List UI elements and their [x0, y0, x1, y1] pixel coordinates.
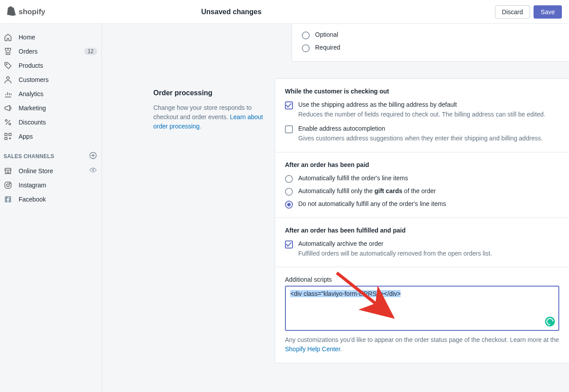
nav-label: Marketing: [19, 105, 46, 112]
nav-label: Analytics: [19, 90, 43, 97]
optional-label: Optional: [315, 31, 559, 38]
svg-point-12: [10, 183, 11, 184]
sidebar-item-instagram[interactable]: Instagram: [0, 178, 101, 192]
sidebar-item-facebook[interactable]: Facebook: [0, 192, 101, 206]
store-icon: [4, 167, 12, 175]
sidebar-item-discounts[interactable]: Discounts: [0, 115, 101, 129]
svg-point-9: [92, 169, 94, 171]
svg-point-11: [7, 184, 9, 186]
save-button[interactable]: Save: [534, 5, 562, 19]
svg-rect-5: [5, 133, 7, 136]
radio-fulfill-all[interactable]: [285, 175, 293, 183]
sidebar-item-apps[interactable]: Apps: [0, 129, 101, 144]
checkbox-autocomplete[interactable]: [285, 125, 293, 133]
instagram-icon: [4, 181, 12, 190]
checkbox-label: Use the shipping address as the billing …: [298, 101, 559, 108]
analytics-icon: [4, 89, 12, 98]
checkbox-help: Reduces the number of fields required to…: [298, 110, 559, 119]
nav-label: Orders: [19, 48, 38, 55]
sales-channels-header: SALES CHANNELS: [0, 144, 101, 163]
sidebar-item-marketing[interactable]: Marketing: [0, 101, 101, 115]
nav-label: Facebook: [19, 196, 46, 203]
content-area: Optional Required Order processing Chang…: [102, 24, 569, 392]
nav-label: Discounts: [19, 119, 46, 126]
checkbox-label: Enable address autocompletion: [298, 125, 559, 132]
nav-label: Products: [19, 62, 43, 69]
facebook-icon: [4, 195, 12, 204]
nav-label: Apps: [19, 133, 33, 140]
svg-rect-6: [9, 133, 11, 136]
nav-label: Online Store: [19, 167, 53, 175]
nav-label: Customers: [19, 76, 49, 83]
order-processing-card: While the customer is checking out Use t…: [275, 78, 569, 363]
discount-icon: [4, 118, 12, 127]
shopify-logo: shopify: [7, 6, 55, 18]
orders-badge: 12: [84, 48, 97, 55]
scripts-label: Additional scripts: [285, 276, 559, 283]
tag-icon: [4, 61, 12, 70]
eye-icon[interactable]: [89, 166, 97, 175]
nav-label: Home: [19, 34, 35, 41]
radio-optional[interactable]: [302, 31, 310, 39]
topbar: shopify Unsaved changes Discard Save: [0, 0, 569, 24]
orders-icon: [4, 47, 12, 56]
section-description: Order processing Change how your store r…: [137, 78, 275, 363]
order-processing-title: Order processing: [153, 89, 266, 97]
svg-point-4: [9, 123, 11, 125]
add-channel-icon[interactable]: [89, 151, 97, 161]
nav-label: Instagram: [19, 182, 46, 189]
radio-fulfill-none[interactable]: [285, 201, 293, 209]
fulfilled-section-title: After an order has been fulfilled and pa…: [285, 227, 559, 234]
paid-section-title: After an order has been paid: [285, 161, 559, 168]
svg-point-2: [7, 77, 9, 79]
sidebar-item-online-store[interactable]: Online Store: [0, 163, 101, 178]
top-partial-card: Optional Required: [292, 24, 569, 62]
help-center-link[interactable]: Shopify Help Center: [285, 345, 340, 353]
megaphone-icon: [4, 104, 12, 113]
sidebar-item-analytics[interactable]: Analytics: [0, 87, 101, 101]
sidebar-item-products[interactable]: Products: [0, 58, 101, 73]
sidebar-item-home[interactable]: Home: [0, 30, 101, 44]
additional-scripts-textarea[interactable]: <div class="klaviyo-form-LiPRSj"></div>: [285, 286, 559, 331]
checkbox-archive[interactable]: [285, 241, 293, 248]
sidebar-item-orders[interactable]: Orders 12: [0, 44, 101, 58]
sidebar: Home Orders 12 Products Customers Analyt…: [0, 24, 102, 392]
svg-text:shopify: shopify: [19, 7, 46, 16]
checkbox-shipping-billing[interactable]: [285, 101, 293, 109]
radio-fulfill-giftcards[interactable]: [285, 188, 293, 196]
radio-required[interactable]: [302, 44, 310, 52]
unsaved-changes-label: Unsaved changes: [201, 8, 261, 16]
checkout-section-title: While the customer is checking out: [285, 88, 559, 95]
home-icon: [4, 33, 12, 42]
svg-point-3: [5, 120, 7, 121]
scripts-help: Any customizations you'd like to appear …: [285, 335, 559, 354]
svg-point-1: [6, 64, 7, 65]
person-icon: [4, 75, 12, 84]
discard-button[interactable]: Discard: [495, 5, 530, 19]
checkbox-help: Gives customers address suggestions when…: [298, 134, 559, 143]
required-label: Required: [315, 44, 559, 51]
sidebar-item-customers[interactable]: Customers: [0, 73, 101, 87]
grammarly-icon[interactable]: [545, 317, 555, 326]
svg-rect-7: [5, 137, 7, 140]
apps-icon: [4, 132, 12, 141]
